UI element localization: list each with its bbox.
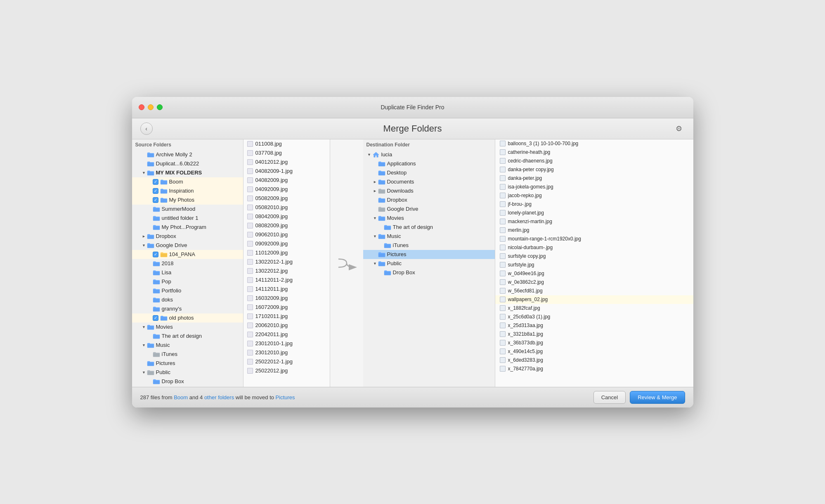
triangle-icon[interactable] bbox=[141, 170, 147, 176]
list-item[interactable]: 037708.jpg bbox=[243, 148, 330, 158]
source-tree-item-pop[interactable]: Pop bbox=[132, 277, 243, 286]
dest-tree-item-public_dest[interactable]: Public bbox=[363, 259, 495, 268]
dest-tree-item-music_dest[interactable]: Music bbox=[363, 232, 495, 241]
list-item[interactable]: w_0d49ee16.jpg bbox=[495, 269, 693, 278]
list-item[interactable]: 25022012-1.jpg bbox=[243, 357, 330, 366]
source-tree-item-my_photos[interactable]: ✓ My Photos bbox=[132, 195, 243, 205]
triangle-icon[interactable] bbox=[141, 370, 147, 375]
list-item[interactable]: 09092009.jpg bbox=[243, 239, 330, 248]
source-folder-tree[interactable]: Archive Molly 2 Duplicat...6.0b222 MY MI… bbox=[132, 149, 243, 387]
cancel-button[interactable]: Cancel bbox=[593, 391, 626, 404]
list-item[interactable]: surfstyle.jpg bbox=[495, 261, 693, 269]
dest-tree-item-pictures_dest[interactable]: Pictures bbox=[363, 250, 495, 259]
folder-checkbox[interactable]: ✓ bbox=[153, 252, 158, 257]
source-tree-item-itunes[interactable]: iTunes bbox=[132, 350, 243, 359]
triangle-icon[interactable] bbox=[366, 152, 372, 158]
dest-tree-item-itunes_dest[interactable]: iTunes bbox=[363, 241, 495, 250]
triangle-icon[interactable] bbox=[141, 233, 147, 239]
list-item[interactable]: w_0e3862c2.jpg bbox=[495, 278, 693, 287]
source-tree-item-google_drive[interactable]: Google Drive bbox=[132, 241, 243, 250]
list-item[interactable]: 05082009.jpg bbox=[243, 194, 330, 203]
source-tree-item-my_phot_prog[interactable]: My Phot...Program bbox=[132, 223, 243, 232]
list-item[interactable]: danka-peter copy.jpg bbox=[495, 165, 693, 174]
list-item[interactable]: x_3321b8a1.jpg bbox=[495, 330, 693, 339]
minimize-button[interactable] bbox=[148, 104, 154, 110]
list-item[interactable]: 11012009.jpg bbox=[243, 248, 330, 257]
source-tree-item-104_pana[interactable]: ✓ 104_PANA bbox=[132, 250, 243, 259]
list-item[interactable]: 20062010.jpg bbox=[243, 321, 330, 330]
triangle-icon[interactable] bbox=[372, 233, 378, 239]
source-tree-item-boom[interactable]: ✓ Boom bbox=[132, 177, 243, 186]
list-item[interactable]: cedric-dhaenens.jpg bbox=[495, 157, 693, 165]
source-link-boom[interactable]: Boom bbox=[174, 394, 188, 400]
list-item[interactable]: 14112011.jpg bbox=[243, 285, 330, 294]
list-item[interactable]: 04082009.jpg bbox=[243, 176, 330, 185]
triangle-icon[interactable] bbox=[141, 243, 147, 248]
source-tree-item-public[interactable]: Public bbox=[132, 368, 243, 377]
dest-tree-item-art_of_design_dest[interactable]: The art of design bbox=[363, 223, 495, 232]
list-item[interactable]: 14112011-2.jpg bbox=[243, 276, 330, 285]
list-item[interactable]: surfstyle copy.jpg bbox=[495, 252, 693, 261]
list-item[interactable]: 09062010.jpg bbox=[243, 230, 330, 239]
list-item[interactable]: 22042011.jpg bbox=[243, 330, 330, 339]
source-tree-item-pictures[interactable]: Pictures bbox=[132, 359, 243, 368]
other-folders-link[interactable]: other folders bbox=[204, 394, 234, 400]
source-tree-item-untitled[interactable]: untitled folder 1 bbox=[132, 214, 243, 223]
list-item[interactable]: jf-brou-.jpg bbox=[495, 200, 693, 209]
list-item[interactable]: balloons_3 (1) 10-10-00-700.jpg bbox=[495, 139, 693, 148]
dest-tree-item-lucia[interactable]: lucia bbox=[363, 150, 495, 159]
list-item[interactable]: 23012010.jpg bbox=[243, 348, 330, 357]
source-tree-item-summermood[interactable]: SummerMood bbox=[132, 205, 243, 214]
list-item[interactable]: x_25d313aa.jpg bbox=[495, 321, 693, 330]
source-tree-item-old_photos[interactable]: ✓ old photos bbox=[132, 313, 243, 323]
list-item[interactable]: 13022012-1.jpg bbox=[243, 257, 330, 266]
list-item[interactable]: mountain-range-1-rcm1920x0.jpg bbox=[495, 235, 693, 243]
list-item[interactable]: catherine-heath.jpg bbox=[495, 148, 693, 157]
folder-checkbox[interactable]: ✓ bbox=[153, 188, 158, 194]
list-item[interactable]: w_56ecfd81.jpg bbox=[495, 287, 693, 295]
source-tree-item-2018[interactable]: 2018 bbox=[132, 259, 243, 268]
triangle-icon[interactable] bbox=[372, 188, 378, 194]
triangle-icon[interactable] bbox=[372, 215, 378, 221]
list-item[interactable]: wallpapers_02.jpg bbox=[495, 295, 693, 304]
list-item[interactable]: 16032009.jpg bbox=[243, 294, 330, 303]
gear-button[interactable]: ⚙ bbox=[673, 122, 685, 135]
list-item[interactable]: x_490e14c5.jpg bbox=[495, 347, 693, 356]
dest-folder-tree[interactable]: lucia Applications Desktop Documents Dow… bbox=[363, 149, 495, 387]
list-item[interactable]: 17102011.jpg bbox=[243, 312, 330, 321]
dest-tree-item-desktop[interactable]: Desktop bbox=[363, 168, 495, 177]
list-item[interactable]: nicolai-durbaum-.jpg bbox=[495, 243, 693, 252]
list-item[interactable]: 011008.jpg bbox=[243, 139, 330, 148]
folder-checkbox[interactable]: ✓ bbox=[153, 315, 158, 321]
source-tree-item-music[interactable]: Music bbox=[132, 341, 243, 350]
dest-tree-item-google_drive_dest[interactable]: Google Drive bbox=[363, 205, 495, 214]
list-item[interactable]: x_36b373db.jpg bbox=[495, 339, 693, 347]
triangle-icon[interactable] bbox=[372, 179, 378, 185]
list-item[interactable]: x_1882fcaf.jpg bbox=[495, 304, 693, 313]
list-item[interactable]: 25022012.jpg bbox=[243, 366, 330, 375]
source-tree-item-portfolio[interactable]: Portfolio bbox=[132, 286, 243, 295]
list-item[interactable]: merlin.jpg bbox=[495, 226, 693, 235]
list-item[interactable]: mackenzi-martin.jpg bbox=[495, 217, 693, 226]
source-tree-item-art_of_design[interactable]: The art of design bbox=[132, 332, 243, 341]
list-item[interactable]: 13022012.jpg bbox=[243, 266, 330, 276]
dest-tree-item-documents[interactable]: Documents bbox=[363, 177, 495, 186]
list-item[interactable]: lonely-planet.jpg bbox=[495, 209, 693, 217]
dest-file-list[interactable]: balloons_3 (1) 10-10-00-700.jpgcatherine… bbox=[495, 139, 693, 387]
triangle-icon[interactable] bbox=[141, 342, 147, 348]
source-tree-item-my_mix[interactable]: MY MIX FOLDERS bbox=[132, 168, 243, 177]
dest-tree-item-drop_box_dest[interactable]: Drop Box bbox=[363, 268, 495, 277]
source-tree-item-dropbox[interactable]: Dropbox bbox=[132, 232, 243, 241]
list-item[interactable]: isa-jokela-gomes.jpg bbox=[495, 183, 693, 191]
list-item[interactable]: x_6ded3283.jpg bbox=[495, 356, 693, 365]
list-item[interactable]: 04012012.jpg bbox=[243, 158, 330, 167]
source-tree-item-archive_molly[interactable]: Archive Molly 2 bbox=[132, 150, 243, 159]
dest-tree-item-movies_dest[interactable]: Movies bbox=[363, 214, 495, 223]
folder-checkbox[interactable]: ✓ bbox=[153, 197, 158, 203]
dest-tree-item-applications[interactable]: Applications bbox=[363, 159, 495, 168]
source-tree-item-drop_box_src[interactable]: Drop Box bbox=[132, 377, 243, 386]
list-item[interactable]: 16072009.jpg bbox=[243, 303, 330, 312]
list-item[interactable]: x_25c6d0a3 (1).jpg bbox=[495, 313, 693, 321]
source-tree-item-movies[interactable]: Movies bbox=[132, 323, 243, 332]
back-button[interactable]: ‹ bbox=[140, 122, 153, 135]
